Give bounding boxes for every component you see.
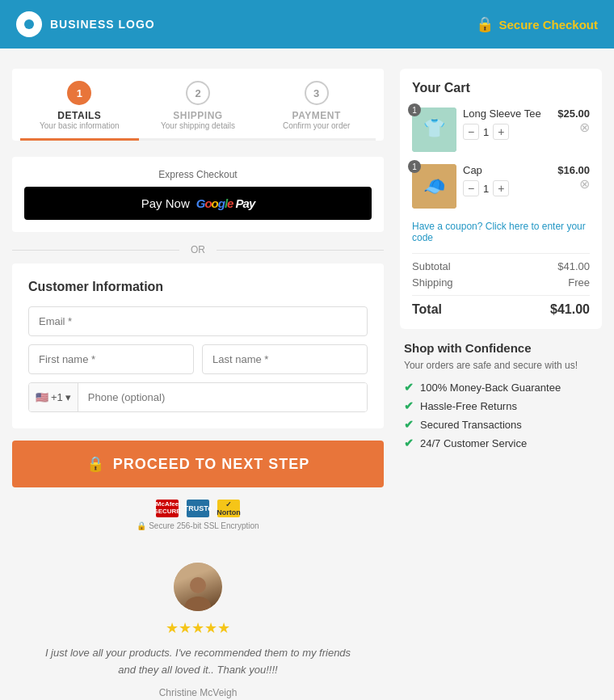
left-column: 1 DETAILS Your basic information 2 SHIPP… [12, 69, 384, 700]
step-details: 1 DETAILS Your basic information [20, 81, 139, 141]
cart-divider [412, 253, 590, 254]
cap-qty-value: 1 [483, 183, 489, 195]
header: BUSINESS LOGO 🔒 Secure Checkout [0, 0, 614, 48]
customer-info-title: Customer Information [28, 280, 368, 294]
secure-checkout-label: Secure Checkout [498, 18, 598, 32]
express-checkout-section: Express Checkout Pay Now Google Pay [12, 157, 384, 232]
name-row [28, 344, 368, 382]
check-icon-1: ✔ [404, 381, 414, 394]
total-label: Total [412, 302, 442, 317]
country-code: +1 [51, 391, 63, 403]
confidence-box: Shop with Confidence Your orders are saf… [400, 341, 602, 449]
confidence-item-4-label: 24/7 Customer Service [420, 437, 527, 449]
testimonial-section: ★★★★★ I just love all your products. I'v… [12, 546, 384, 700]
step-2-sub: Your shipping details [161, 121, 235, 130]
cap-qty-increase[interactable]: + [493, 180, 509, 196]
cart-divider-2 [412, 295, 590, 296]
cap-price: $16.00 [557, 164, 590, 176]
star-rating: ★★★★★ [36, 619, 360, 637]
tee-info: Long Sleeve Tee − 1 + [463, 108, 551, 140]
testimonial-quote: I just love all your products. I've reco… [36, 645, 360, 679]
shipping-value: Free [568, 276, 590, 289]
subtotal-value: $41.00 [557, 260, 590, 272]
proceed-button[interactable]: 🔒 PROCEED TO NEXT STEP [12, 441, 384, 487]
norton-icon: ✓ Norton [217, 500, 240, 517]
checkout-steps: 1 DETAILS Your basic information 2 SHIPP… [12, 69, 384, 141]
subtotal-label: Subtotal [412, 260, 451, 272]
tee-right: $25.00 ⊗ [557, 108, 590, 135]
mcafee-icon: McAfeeSECURE [156, 500, 179, 517]
tee-qty-decrease[interactable]: − [463, 124, 479, 140]
cap-image: 1 🧢 [412, 164, 456, 209]
trust-section: McAfeeSECURE TRUSTe ✓ Norton 🔒 Secure 25… [12, 500, 384, 530]
avatar [174, 563, 222, 611]
first-name-field[interactable] [28, 344, 194, 374]
confidence-item-1-label: 100% Money-Back Guarantee [420, 382, 561, 394]
pay-now-button[interactable]: Pay Now Google Pay [24, 187, 372, 220]
or-divider: OR [12, 244, 384, 255]
email-field[interactable] [28, 306, 368, 336]
cart-item-2: 1 🧢 Cap − 1 + $16.00 ⊗ [412, 164, 590, 209]
total-value: $41.00 [550, 302, 590, 317]
step-1-circle: 1 [67, 81, 91, 105]
cap-name: Cap [463, 164, 551, 176]
norton-badge: ✓ Norton [217, 500, 240, 517]
subtotal-row: Subtotal $41.00 [412, 260, 590, 272]
svg-text:👕: 👕 [423, 117, 446, 139]
shipping-label: Shipping [412, 276, 453, 289]
total-row: Total $41.00 [412, 302, 590, 317]
step-1-bar [20, 138, 139, 141]
express-label: Express Checkout [24, 169, 372, 180]
cap-right: $16.00 ⊗ [557, 164, 590, 192]
svg-text:🧢: 🧢 [423, 175, 446, 197]
confidence-title: Shop with Confidence [404, 341, 598, 355]
coupon-link[interactable]: Have a coupon? Click here to enter your … [412, 221, 590, 243]
logo-icon [16, 11, 42, 37]
confidence-item-2: ✔ Hassle-Free Returns [404, 399, 598, 412]
secure-checkout: 🔒 Secure Checkout [476, 15, 598, 33]
flag-icon: 🇺🇸 [36, 391, 48, 403]
cap-info: Cap − 1 + [463, 164, 551, 196]
confidence-item-2-label: Hassle-Free Returns [420, 400, 517, 412]
truste-badge: TRUSTe [187, 500, 209, 517]
testimonial-author: Christine McVeigh [36, 687, 360, 698]
step-shipping: 2 SHIPPING Your shipping details [139, 81, 258, 141]
shipping-row: Shipping Free [412, 276, 590, 289]
tee-qty-increase[interactable]: + [493, 124, 509, 140]
cap-badge: 1 [408, 160, 421, 173]
cap-remove-button[interactable]: ⊗ [579, 176, 590, 192]
step-3-circle: 3 [305, 81, 329, 105]
step-1-label: DETAILS [57, 110, 101, 121]
step-payment: 3 PAYMENT Confirm your order [257, 81, 376, 141]
gpay-logo: Google Pay [196, 196, 255, 210]
tee-qty-value: 1 [483, 126, 489, 138]
svg-point-0 [190, 577, 206, 593]
step-2-bar [139, 138, 258, 141]
chevron-down-icon: ▾ [65, 391, 71, 403]
trust-badges: McAfeeSECURE TRUSTe ✓ Norton [12, 500, 384, 517]
cap-qty-controls: − 1 + [463, 180, 551, 196]
customer-info-section: Customer Information 🇺🇸 +1 ▾ [12, 264, 384, 428]
step-2-circle: 2 [186, 81, 210, 105]
tee-image: 1 👕 [412, 108, 456, 152]
logo-area: BUSINESS LOGO [16, 11, 155, 37]
cap-qty-decrease[interactable]: − [463, 180, 479, 196]
confidence-item-4: ✔ 24/7 Customer Service [404, 436, 598, 449]
tee-remove-button[interactable]: ⊗ [579, 120, 590, 135]
step-3-bar [257, 138, 376, 141]
ssl-text: 🔒 Secure 256-bit SSL Encryption [12, 521, 384, 530]
step-3-label: PAYMENT [292, 110, 341, 121]
pay-now-text: Pay Now [141, 196, 190, 210]
cart-title: Your Cart [412, 81, 590, 95]
phone-field[interactable] [78, 383, 367, 411]
last-name-field[interactable] [202, 344, 368, 374]
confidence-item-3-label: Secured Transactions [420, 419, 522, 431]
ssl-lock-icon: 🔒 [137, 521, 146, 530]
mcafee-badge: McAfeeSECURE [156, 500, 179, 517]
step-2-label: SHIPPING [173, 110, 222, 121]
right-column: Your Cart 1 👕 Long Sleeve Tee − 1 + [400, 69, 602, 700]
confidence-item-1: ✔ 100% Money-Back Guarantee [404, 381, 598, 394]
tee-price: $25.00 [557, 108, 590, 120]
truste-icon: TRUSTe [187, 500, 209, 517]
country-code-selector[interactable]: 🇺🇸 +1 ▾ [29, 383, 78, 411]
